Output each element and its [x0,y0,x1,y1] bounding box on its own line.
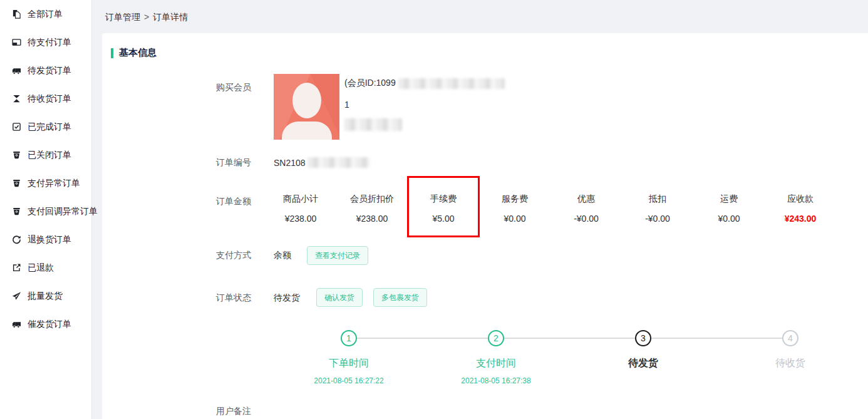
amount-col-service-fee: 服务费 ¥0.00 [479,194,550,224]
step-label: 下单时间 [280,357,418,370]
sidebar-item-label: 支付异常订单 [28,178,80,189]
sidebar-item-label: 全部订单 [28,9,63,20]
step-label: 待发货 [574,357,712,370]
order-status-value: 待发货 [274,292,300,304]
sidebar-item-label: 已完成订单 [28,122,71,133]
check-square-icon [11,122,21,132]
confirm-ship-button[interactable]: 确认发货 [316,288,363,307]
sidebar-item-label: 已关闭订单 [28,150,71,161]
order-status-label: 订单状态 [216,292,251,304]
sidebar-item-label: 待支付订单 [28,37,71,48]
payment-method-label: 支付方式 [216,250,251,261]
step-pending-receipt: 4 待收货 [721,330,859,370]
sidebar-item-urge-shipment[interactable]: 催发货订单 [0,310,91,338]
sidebar-item-closed[interactable]: 已关闭订单 [0,141,91,169]
sidebar-item-label: 支付回调异常订单 [28,206,98,217]
redacted-order-no [307,157,370,168]
redacted-member-id [398,78,505,89]
amount-col-goods-subtotal: 商品小计 ¥238.00 [265,194,336,224]
sidebar-item-label: 退换货订单 [28,234,71,246]
amount-columns: 商品小计 ¥238.00 会员折扣价 ¥238.00 手续费 ¥5.00 服务费… [265,194,836,224]
trash-bucket-icon [11,150,21,160]
user-remark-label: 用户备注 [216,406,251,417]
section-header: 基本信息 [111,47,157,59]
order-detail-window: 全部订单 待支付订单 待发货订单 待收货订单 已完成订单 [0,0,868,419]
amount-col-member-discount: 会员折扣价 ¥238.00 [336,194,408,224]
sidebar-item-payment-exception[interactable]: 支付异常订单 [0,169,91,197]
multi-package-ship-button[interactable]: 多包裹发货 [373,288,427,307]
send-icon [11,291,21,301]
avatar-head-shape [292,83,321,118]
avatar-body-shape [282,122,332,140]
breadcrumb-current: 订单详情 [153,12,188,22]
sidebar-item-payment-callback-exception[interactable]: 支付回调异常订单 [0,197,91,225]
step-label: 待收货 [721,357,859,370]
main-area: 订单管理>订单详情 基本信息 购买会员 (会员ID:1099 1 [92,0,868,419]
step-pending-shipment: 3 待发货 [574,330,712,370]
documents-icon [11,9,21,19]
step-circle: 2 [488,330,504,346]
sidebar-item-label: 批量发货 [28,291,63,302]
order-no-label: 订单编号 [216,157,251,168]
step-order-time: 1 下单时间 2021-08-05 16:27:22 [280,330,418,385]
step-circle: 3 [635,330,651,346]
amount-col-handling-fee-annotated: 手续费 ¥5.00 [408,194,479,224]
section-accent-bar [111,48,113,58]
truck-icon [11,319,21,329]
basic-info-card: 基本信息 购买会员 (会员ID:1099 1 订单编号 SN2108 [102,33,868,419]
trash-bucket-icon [11,207,21,217]
member-avatar [274,74,339,140]
sidebar-item-completed[interactable]: 已完成订单 [0,113,91,141]
sidebar-item-pending-payment[interactable]: 待支付订单 [0,28,91,56]
member-id-text: (会员ID:1099 [344,78,396,89]
amount-col-freight: 运费 ¥0.00 [693,194,765,224]
member-level-text: 1 [344,100,505,110]
section-title: 基本信息 [119,47,157,59]
amount-col-coupon: 优惠 -¥0.00 [550,194,622,224]
step-payment-time: 2 支付时间 2021-08-05 16:27:38 [427,330,565,385]
sidebar-item-label: 待收货订单 [28,93,71,105]
step-circle: 1 [341,330,357,346]
sidebar: 全部订单 待支付订单 待发货订单 待收货订单 已完成订单 [0,0,92,419]
refresh-icon [11,235,21,245]
breadcrumb: 订单管理>订单详情 [105,12,188,23]
member-info: (会员ID:1099 1 [344,78,505,133]
credit-card-icon [11,38,21,48]
breadcrumb-parent[interactable]: 订单管理 [105,12,140,22]
sidebar-item-all-orders[interactable]: 全部订单 [0,0,91,28]
truck-icon [11,66,21,76]
step-label: 支付时间 [427,357,565,370]
sidebar-item-batch-shipment[interactable]: 批量发货 [0,282,91,310]
member-label: 购买会员 [216,82,251,93]
order-no-value: SN2108 [274,157,370,168]
amount-col-deduction: 抵扣 -¥0.00 [622,194,693,224]
sidebar-item-return-exchange[interactable]: 退换货订单 [0,225,91,254]
sidebar-item-pending-receipt[interactable]: 待收货订单 [0,85,91,113]
amount-col-receivable: 应收款 ¥243.00 [765,194,836,224]
amount-label: 订单金额 [216,196,251,207]
step-circle: 4 [782,330,798,346]
share-icon [11,263,21,273]
package-icon [11,94,21,104]
view-payment-record-button[interactable]: 查看支付记录 [307,246,368,265]
sidebar-item-label: 已退款 [28,262,54,274]
sidebar-item-label: 待发货订单 [28,65,71,76]
sidebar-item-pending-shipment[interactable]: 待发货订单 [0,56,91,85]
order-no-visible: SN2108 [274,158,306,168]
step-time: 2021-08-05 16:27:22 [280,376,418,385]
breadcrumb-separator: > [144,12,149,22]
redacted-member-name [344,118,402,131]
trash-bucket-icon [11,178,21,189]
sidebar-item-refunded[interactable]: 已退款 [0,254,91,282]
payment-method-value: 余额 [274,250,291,261]
step-time: 2021-08-05 16:27:38 [427,376,565,385]
sidebar-item-label: 催发货订单 [28,319,71,330]
